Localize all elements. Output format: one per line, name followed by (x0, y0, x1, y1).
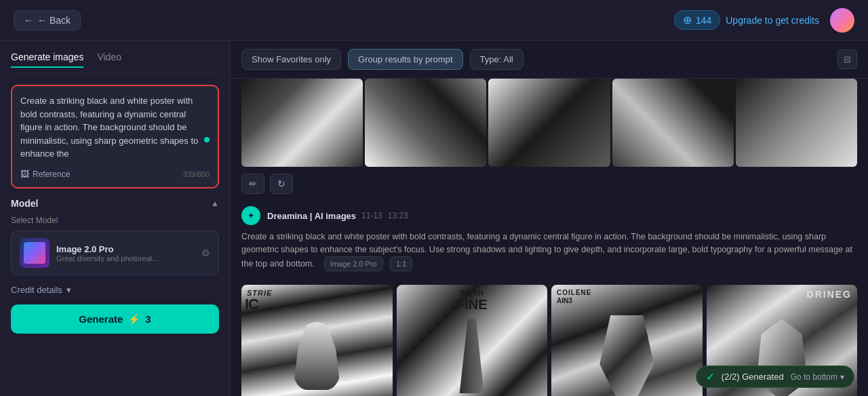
model-card[interactable]: Image 2.0 Pro Great diversity and photor… (11, 231, 219, 275)
author-row: ✦ Dreamina | AI images 11-13 13:23 (241, 206, 857, 225)
type-filter-button[interactable]: Type: All (470, 49, 524, 70)
poster-text-1-ic: IC (245, 296, 258, 313)
action-bar: ✏ ↻ (231, 167, 868, 201)
upgrade-button[interactable]: Upgrade to get credits (726, 15, 819, 26)
char-count: 339/800 (182, 170, 210, 178)
main-layout: Generate images Video 🖼 Reference 339/80… (0, 41, 868, 396)
settings-icon[interactable]: ⚙ (201, 248, 210, 258)
collapse-button[interactable]: ⊟ (837, 50, 857, 69)
generate-count: 3 (145, 313, 151, 325)
reference-button[interactable]: 🖼 Reference (20, 169, 70, 179)
credit-details-label: Credit details (11, 285, 62, 295)
chevron-down-small-icon: ▾ (840, 372, 844, 382)
ratio-tag: 1:1 (390, 256, 412, 272)
avatar[interactable] (830, 8, 854, 33)
image-icon: 🖼 (20, 169, 29, 179)
author-time2: 13:23 (388, 211, 408, 220)
generated-image-2[interactable]: BOTH FINE (397, 285, 548, 396)
generated-status: (2/2) Generated (722, 372, 784, 382)
go-to-bottom-button[interactable]: Go to bottom ▾ (791, 372, 844, 382)
author-info: Dreamina | AI images 11-13 13:23 (267, 211, 408, 221)
author-avatar: ✦ (241, 206, 260, 225)
model-thumbnail (20, 238, 50, 268)
edit-icon-button[interactable]: ✏ (241, 174, 264, 194)
avatar-image (830, 8, 854, 33)
sidebar: Generate images Video 🖼 Reference 339/80… (0, 41, 231, 396)
back-button[interactable]: ← ← Back (14, 10, 81, 31)
group-by-prompt-button[interactable]: Group results by prompt (348, 49, 462, 70)
topbar: ← ← Back ⊕ 144 Upgrade to get credits (0, 0, 868, 41)
author-name: Dreamina | AI images (267, 211, 356, 221)
check-icon: ✓ (706, 370, 715, 383)
collapse-icon: ⊟ (844, 54, 851, 64)
poster-text-3-top: COILENE (557, 289, 591, 296)
model-name: Image 2.0 Pro (56, 244, 195, 254)
top-image-strip (231, 79, 868, 167)
refresh-icon-button[interactable]: ↻ (270, 174, 293, 194)
sidebar-tabs: Generate images Video (11, 52, 219, 74)
toolbar-right: ⊟ (837, 50, 857, 69)
poster-text-4-top: DRINEG (807, 289, 852, 300)
author-time1: 11-13 (361, 211, 382, 220)
prompt-footer: 🖼 Reference 339/800 (20, 169, 210, 179)
strip-image-5[interactable] (736, 79, 857, 167)
back-label: ← Back (37, 15, 71, 26)
image-grid-area[interactable]: ✏ ↻ ✦ Dreamina | AI images 11-13 13:23 C… (231, 79, 868, 396)
back-icon: ← (24, 15, 33, 26)
status-dot (204, 137, 210, 142)
poster-figure-3 (599, 315, 654, 396)
strip-image-3[interactable] (488, 79, 610, 167)
author-icon-symbol: ✦ (248, 211, 254, 220)
strip-image-2[interactable] (365, 79, 486, 167)
poster-text-2-fine: FINE (397, 297, 548, 313)
poster-figure-1 (293, 322, 340, 390)
lightning-icon: ⚡ (128, 314, 140, 325)
generate-button[interactable]: Generate ⚡ 3 (11, 304, 219, 334)
chevron-up-icon: ▲ (211, 199, 219, 208)
credits-badge: ⊕ 144 (674, 10, 720, 30)
reference-label: Reference (33, 170, 70, 179)
bottom-status-bar: ✓ (2/2) Generated Go to bottom ▾ (696, 365, 854, 388)
model-section-header: Model ▲ (11, 198, 219, 209)
generated-image-3[interactable]: COILENE AIN3 (551, 285, 703, 396)
tab-generate[interactable]: Generate images (11, 52, 83, 68)
model-section-title: Model (11, 198, 38, 209)
prompt-box: 🖼 Reference 339/800 (11, 85, 219, 189)
poster-text-3-sub: AIN3 (557, 297, 572, 304)
content-toolbar: Show Favorites only Group results by pro… (231, 41, 868, 79)
content-area: Show Favorites only Group results by pro… (231, 41, 868, 396)
poster-text-2-both: BOTH (397, 289, 548, 297)
credits-area: ⊕ 144 Upgrade to get credits (674, 10, 819, 30)
select-model-label: Select Model (11, 216, 219, 225)
generated-image-1[interactable]: STRIE IC (241, 285, 393, 396)
prompt-description: Create a striking black and white poster… (241, 231, 857, 271)
go-bottom-label: Go to bottom (791, 372, 837, 382)
model-thumb-image (24, 242, 45, 264)
strip-image-4[interactable] (612, 79, 734, 167)
chevron-down-icon: ▾ (66, 285, 71, 295)
credits-icon: ⊕ (683, 14, 692, 26)
model-tag: Image 2.0 Pro (324, 256, 383, 272)
model-info: Image 2.0 Pro Great diversity and photor… (56, 244, 195, 262)
topbar-right: ⊕ 144 Upgrade to get credits (674, 8, 854, 33)
prompt-input[interactable] (20, 94, 210, 162)
model-desc: Great diversity and photoreal... (56, 254, 195, 262)
generate-label: Generate (79, 313, 123, 325)
prompt-result-row: ✦ Dreamina | AI images 11-13 13:23 Creat… (231, 201, 868, 285)
poster-figure-2 (452, 319, 492, 393)
credit-details[interactable]: Credit details ▾ (11, 285, 219, 295)
strip-image-1[interactable] (241, 79, 363, 167)
favorites-button[interactable]: Show Favorites only (241, 49, 341, 70)
tab-video[interactable]: Video (97, 52, 121, 68)
credits-count: 144 (696, 15, 711, 26)
